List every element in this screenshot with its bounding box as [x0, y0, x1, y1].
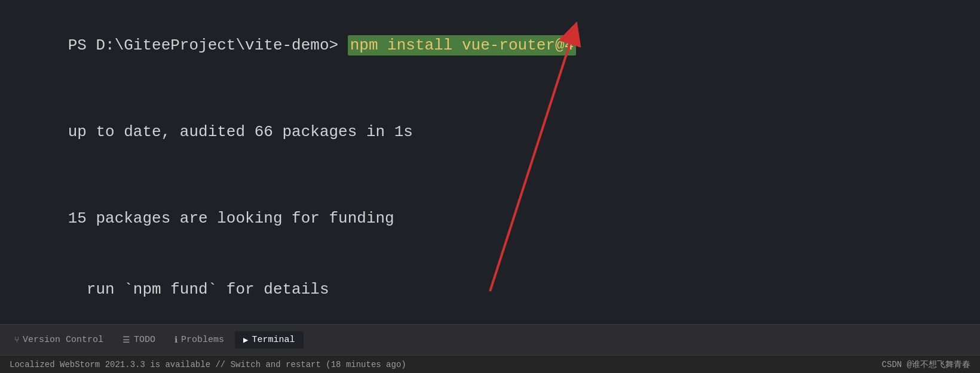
command-line: PS D:\GiteeProject\vite-demo> npm instal…	[12, 11, 968, 81]
tab-terminal[interactable]: ▶ Terminal	[235, 331, 303, 349]
problems-icon: ℹ	[174, 335, 177, 345]
tab-problems[interactable]: ℹ Problems	[166, 331, 232, 349]
gap-2	[12, 168, 968, 184]
tab-todo-label: TODO	[134, 335, 155, 345]
tab-terminal-label: Terminal	[252, 335, 295, 345]
tab-version-control-label: Version Control	[23, 335, 103, 345]
npm-command: npm install vue-router@4	[348, 35, 576, 56]
tabs-bar: ⑂ Version Control ☰ TODO ℹ Problems ▶ Te…	[0, 324, 980, 355]
terminal-container: PS D:\GiteeProject\vite-demo> npm instal…	[0, 0, 980, 373]
status-left-text: Localized WebStorm 2021.3.3 is available…	[10, 360, 882, 369]
tab-version-control[interactable]: ⑂ Version Control	[6, 331, 112, 349]
funding-text-2: run `npm fund` for details	[68, 280, 329, 298]
terminal-icon: ▶	[243, 335, 248, 345]
tab-problems-label: Problems	[181, 335, 224, 345]
status-right-text: CSDN @谁不想飞舞青春	[882, 359, 970, 370]
funding-text-1: 15 packages are looking for funding	[68, 209, 394, 227]
funding-line-1: 15 packages are looking for funding	[12, 184, 968, 254]
version-control-icon: ⑂	[14, 335, 19, 345]
tab-todo[interactable]: ☰ TODO	[114, 331, 164, 349]
audit-line: up to date, audited 66 packages in 1s	[12, 97, 968, 167]
todo-icon: ☰	[122, 335, 130, 345]
status-bar: Localized WebStorm 2021.3.3 is available…	[0, 355, 980, 373]
terminal-main: PS D:\GiteeProject\vite-demo> npm instal…	[0, 0, 980, 324]
gap-1	[12, 82, 968, 97]
funding-line-2: run `npm fund` for details	[12, 255, 968, 324]
audit-text: up to date, audited 66 packages in 1s	[68, 123, 413, 141]
prompt-prefix: PS D:\GiteeProject\vite-demo>	[68, 36, 348, 54]
